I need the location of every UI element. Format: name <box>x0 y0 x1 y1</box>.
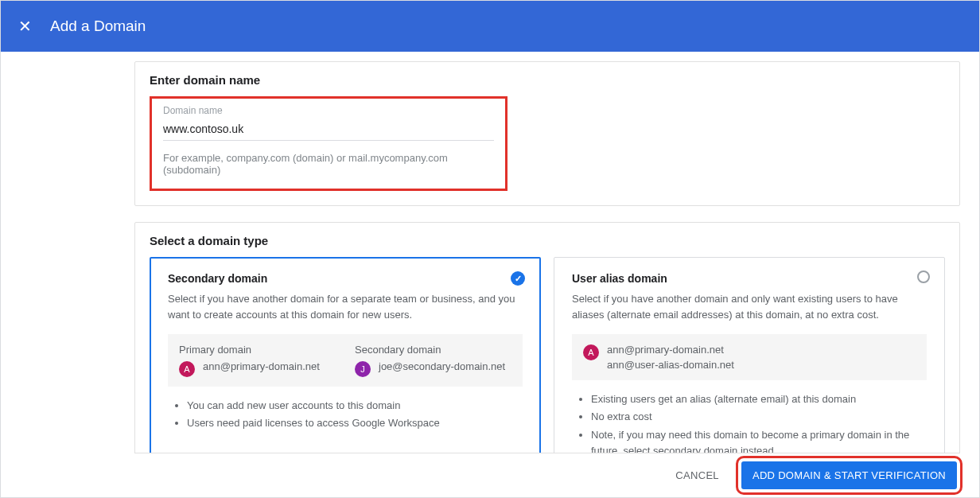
dialog-footer: CANCEL ADD DOMAIN & START VERIFICATION <box>134 453 960 497</box>
avatar: A <box>179 361 195 377</box>
cancel-button[interactable]: CANCEL <box>667 463 727 488</box>
secondary-example: Primary domain A ann@primary-domain.net … <box>168 334 523 387</box>
dialog-content: Enter domain name Domain name For exampl… <box>1 52 979 481</box>
domain-name-input[interactable] <box>163 121 494 141</box>
dialog-header: ✕ Add a Domain <box>1 1 979 52</box>
alias-example: A ann@primary-domain.net ann@user-alias-… <box>572 334 927 380</box>
primary-domain-label: Primary domain <box>179 344 336 356</box>
alias-bullets: Existing users get an alias (alternate e… <box>572 391 927 459</box>
alias-email: ann@primary-domain.net <box>607 344 734 356</box>
list-item: Users need paid licenses to access Googl… <box>187 415 523 431</box>
domain-hint: For example, company.com (domain) or mai… <box>163 152 494 176</box>
list-item: You can add new user accounts to this do… <box>187 398 523 414</box>
selected-check-icon: ✓ <box>511 271 525 286</box>
secondary-title: Secondary domain <box>168 272 523 285</box>
list-item: Existing users get an alias (alternate e… <box>591 391 927 407</box>
secondary-desc: Select if you have another domain for a … <box>168 291 523 323</box>
alias-title: User alias domain <box>572 272 927 285</box>
avatar: J <box>355 361 371 377</box>
user-alias-domain-card[interactable]: User alias domain Select if you have ano… <box>554 257 945 480</box>
secondary-bullets: You can add new user accounts to this do… <box>168 398 523 431</box>
secondary-domain-label: Secondary domain <box>355 344 511 356</box>
list-item: No extra cost <box>591 409 927 425</box>
close-icon[interactable]: ✕ <box>17 18 33 34</box>
dialog-title: Add a Domain <box>50 18 146 35</box>
enter-domain-title: Enter domain name <box>150 73 945 87</box>
radio-unchecked-icon <box>917 270 930 283</box>
secondary-email: joe@secondary-domain.net <box>379 360 505 372</box>
domain-input-highlight: Domain name For example, company.com (do… <box>150 96 508 191</box>
primary-email: ann@primary-domain.net <box>203 360 320 372</box>
secondary-domain-card[interactable]: ✓ Secondary domain Select if you have an… <box>150 257 541 480</box>
alias-email: ann@user-alias-domain.net <box>607 359 734 371</box>
alias-desc: Select if you have another domain and on… <box>572 291 927 323</box>
select-type-panel: Select a domain type ✓ Secondary domain … <box>134 222 960 481</box>
select-type-title: Select a domain type <box>150 234 945 247</box>
domain-field-label: Domain name <box>163 105 494 116</box>
enter-domain-panel: Enter domain name Domain name For exampl… <box>134 61 960 206</box>
avatar: A <box>583 344 599 360</box>
add-domain-start-verification-button[interactable]: ADD DOMAIN & START VERIFICATION <box>741 461 957 489</box>
